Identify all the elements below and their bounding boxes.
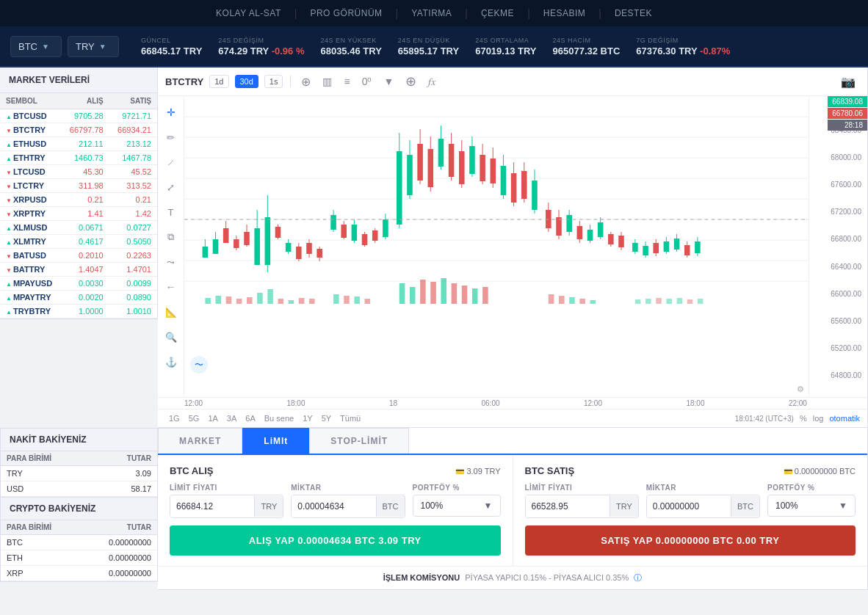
market-table-row[interactable]: ▼LTCTRY 311.98 313.52 [0,179,157,193]
sell-submit-button[interactable]: SATIŞ YAP 0.00000000 BTC 0.00 TRY [525,525,856,556]
buy-limit-price-input[interactable] [170,495,254,517]
market-table-row[interactable]: ▼BATTRY 1.4047 1.4701 [0,263,157,277]
market-symbol: ▼LTCTRY [0,179,61,193]
chart-period-30d[interactable]: 30d [235,75,258,88]
market-table-row[interactable]: ▼BATUSD 0.2010 0.2263 [0,249,157,263]
svg-rect-14 [223,228,229,243]
svg-rect-135 [656,298,662,304]
market-table-row[interactable]: ▼LTCUSD 45.30 45.52 [0,165,157,179]
market-table-row[interactable]: ▲XLMTRY 0.4617 0.5050 [0,235,157,249]
buy-portfolio-select[interactable]: 100% ▼ [413,495,501,517]
market-table-row[interactable]: ▼XRPUSD 0.21 0.21 [0,193,157,207]
chart-timestamp: 18:01:42 (UTC+3) [735,415,794,423]
tool-ruler[interactable]: 📐 [161,302,181,322]
market-table-row[interactable]: ▲MPAYTRY 0.0020 0.0890 [0,291,157,305]
market-buy: 0.0020 [61,291,109,305]
nav-item-hesabim[interactable]: HESABIM [530,8,599,18]
crypto-amount: 0.00000000 [81,535,157,550]
period-1g[interactable]: 1G [165,412,184,424]
market-table-row[interactable]: ▲TRYBTRY 1.0000 1.0010 [0,305,157,319]
market-table-row[interactable]: ▼BTCTRY 66797.78 66934.21 [0,123,157,137]
market-table-row[interactable]: ▲ETHTRY 1460.73 1467.78 [0,151,157,165]
market-table-row[interactable]: ▲MPAYUSD 0.0030 0.0099 [0,277,157,291]
svg-rect-32 [317,249,322,258]
cash-balance-row: TRY 3.09 [1,466,157,481]
svg-rect-38 [352,225,358,241]
crypto-balance-table: PARA BİRİMİ TUTAR BTC 0.00000000 ETH 0.0… [1,520,157,581]
buy-submit-button[interactable]: ALIŞ YAP 0.00004634 BTC 3.09 TRY [170,525,501,556]
period-1y[interactable]: 1Y [299,412,316,424]
sell-field-row: LİMİT FİYATI TRY MİKTAR BTC [525,484,856,518]
chart-period-1d[interactable]: 1d [209,75,228,88]
nav-item-cekme[interactable]: ÇEKME [468,8,527,18]
svg-rect-126 [472,288,478,304]
base-currency-selector[interactable]: BTC ▼ [10,36,62,57]
nav-item-kolay[interactable]: KOLAY AL-SAT [203,8,294,18]
chart-log-btn[interactable]: log [813,414,824,423]
buy-form-title: BTC ALIŞ [170,465,213,476]
market-buy: 0.0671 [61,221,109,235]
market-table-row[interactable]: ▼XRPTRY 1.41 1.42 [0,207,157,221]
chart-auto-btn[interactable]: otomatik [829,414,860,423]
commission-label: İŞLEM KOMİSYONU [383,573,460,582]
cash-amount: 58.17 [96,481,157,497]
chart-candle-icon[interactable]: ▥ [319,74,335,89]
chart-dropdown-icon[interactable]: ▼ [380,74,397,89]
tool-predict[interactable]: ⤳ [161,252,181,272]
nav-item-yatirma[interactable]: YATIRMA [398,8,465,18]
buy-balance-display: 💳 3.09 TRY [455,467,500,476]
market-buy: 0.2010 [61,249,109,263]
sell-limit-price-input[interactable] [526,495,610,517]
sell-amount-input[interactable] [647,495,731,517]
tab-limit[interactable]: LiMIt [242,428,309,454]
svg-rect-16 [234,239,239,248]
tab-market[interactable]: MARKET [158,428,242,454]
tool-text[interactable]: T [161,202,181,222]
chart-panel: BTCTRY 1d 30d 1s ⊕ ▥ ≡ 0⁰ ▼ ⊕ 𝑓𝑥 📷 ✛ ✏ ⟋… [158,68,868,428]
chart-settings-icon[interactable]: 0⁰ [359,74,375,89]
chart-crosshair-icon[interactable]: ⊕ [298,73,314,90]
period-5y[interactable]: 5Y [318,412,335,424]
tab-stop-limit[interactable]: STOP-LİMİT [309,428,409,454]
market-buy: 1.4047 [61,263,109,277]
market-table-row[interactable]: ▲ETHUSD 212.11 213.12 [0,137,157,151]
period-tumu[interactable]: Tümü [336,412,364,424]
market-table-row[interactable]: ▲XLMUSD 0.0671 0.0727 [0,221,157,235]
chart-camera-icon[interactable]: 📷 [836,73,860,90]
quote-currency-selector[interactable]: TRY ▼ [68,36,119,57]
tool-measure[interactable]: ⤢ [161,177,181,197]
buy-amount-input[interactable] [292,495,375,517]
tool-anchor[interactable]: ⚓ [161,352,181,372]
nav-item-destek[interactable]: DESTEK [601,8,665,18]
market-table-row[interactable]: ▲BTCUSD 9705.28 9721.71 [0,109,157,123]
chart-bar-icon[interactable]: ≡ [341,74,352,89]
nav-item-pro[interactable]: PRO GÖRÜNÜM [297,8,395,18]
commission-info-icon[interactable]: ⓘ [634,573,642,582]
chart-formula-icon[interactable]: 𝑓𝑥 [425,74,438,90]
tool-pencil[interactable]: ✏ [161,127,181,148]
tool-lines[interactable]: ⟋ [161,152,181,172]
market-symbol: ▲MPAYTRY [0,291,61,305]
ticker-avg24-value: 67019.13 TRY [475,46,536,57]
tool-zoom[interactable]: 🔍 [161,327,181,347]
svg-rect-106 [226,296,232,304]
period-1a[interactable]: 1A [204,412,221,424]
period-busene[interactable]: Bu sene [261,412,297,424]
svg-rect-107 [236,299,242,304]
sell-portfolio-select[interactable]: 100% ▼ [767,495,856,517]
chart-period-1s[interactable]: 1s [264,75,283,88]
chart-pct-btn[interactable]: % [800,414,807,423]
market-sell: 0.0727 [109,221,157,235]
chart-add-icon[interactable]: ⊕ [402,72,419,91]
svg-rect-105 [216,296,222,304]
svg-rect-18 [244,232,250,245]
tool-shapes[interactable]: ⧉ [161,227,181,247]
period-5g[interactable]: 5G [185,412,203,424]
ticker-low24: 24S EN DÜŞÜK 65895.17 TRY [398,37,459,57]
tool-cursor[interactable]: ✛ [161,102,181,123]
period-6a[interactable]: 6A [242,412,258,424]
tool-back[interactable]: ← [161,277,181,297]
period-3a[interactable]: 3A [223,412,240,424]
market-buy: 1.41 [61,207,109,221]
market-symbol: ▲BTCUSD [0,109,61,123]
